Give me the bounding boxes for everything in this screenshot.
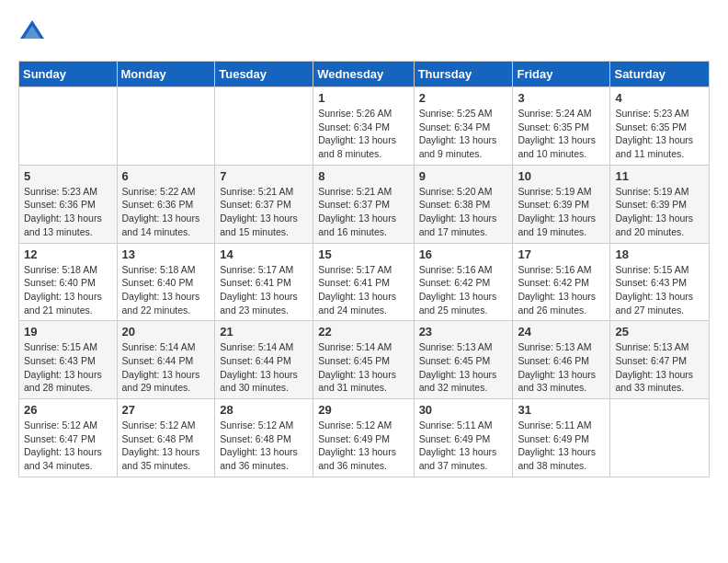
weekday-saturday: Saturday bbox=[610, 62, 710, 87]
day-number: 13 bbox=[122, 247, 210, 261]
day-number: 3 bbox=[518, 91, 605, 105]
day-cell-11: 11Sunrise: 5:19 AM Sunset: 6:39 PM Dayli… bbox=[610, 165, 710, 243]
day-cell-7: 7Sunrise: 5:21 AM Sunset: 6:37 PM Daylig… bbox=[215, 165, 313, 243]
week-row-1: 1Sunrise: 5:26 AM Sunset: 6:34 PM Daylig… bbox=[19, 87, 710, 166]
day-info: Sunrise: 5:12 AM Sunset: 6:48 PM Dayligh… bbox=[122, 419, 210, 473]
day-number: 25 bbox=[615, 325, 704, 339]
day-number: 1 bbox=[318, 91, 408, 105]
day-cell-17: 17Sunrise: 5:16 AM Sunset: 6:42 PM Dayli… bbox=[513, 243, 610, 321]
week-row-4: 19Sunrise: 5:15 AM Sunset: 6:43 PM Dayli… bbox=[19, 321, 710, 399]
day-info: Sunrise: 5:15 AM Sunset: 6:43 PM Dayligh… bbox=[24, 340, 112, 395]
day-info: Sunrise: 5:12 AM Sunset: 6:48 PM Dayligh… bbox=[220, 419, 308, 473]
day-info: Sunrise: 5:21 AM Sunset: 6:37 PM Dayligh… bbox=[220, 185, 308, 239]
day-number: 23 bbox=[419, 325, 508, 339]
page-header bbox=[18, 18, 710, 46]
day-cell-19: 19Sunrise: 5:15 AM Sunset: 6:43 PM Dayli… bbox=[19, 321, 118, 399]
day-info: Sunrise: 5:13 AM Sunset: 6:46 PM Dayligh… bbox=[518, 340, 605, 395]
day-info: Sunrise: 5:18 AM Sunset: 6:40 PM Dayligh… bbox=[122, 263, 210, 317]
day-cell-2: 2Sunrise: 5:25 AM Sunset: 6:34 PM Daylig… bbox=[414, 87, 513, 166]
day-cell-25: 25Sunrise: 5:13 AM Sunset: 6:47 PM Dayli… bbox=[610, 321, 710, 399]
day-number: 4 bbox=[615, 91, 704, 105]
day-number: 7 bbox=[220, 169, 308, 183]
week-row-5: 26Sunrise: 5:12 AM Sunset: 6:47 PM Dayli… bbox=[19, 399, 710, 477]
weekday-sunday: Sunday bbox=[19, 62, 118, 87]
empty-cell bbox=[215, 87, 313, 166]
day-cell-10: 10Sunrise: 5:19 AM Sunset: 6:39 PM Dayli… bbox=[513, 165, 610, 243]
day-number: 24 bbox=[518, 325, 605, 339]
day-number: 5 bbox=[24, 169, 112, 183]
day-info: Sunrise: 5:23 AM Sunset: 6:36 PM Dayligh… bbox=[24, 185, 112, 239]
day-number: 22 bbox=[318, 325, 408, 339]
day-info: Sunrise: 5:19 AM Sunset: 6:39 PM Dayligh… bbox=[518, 185, 605, 239]
empty-cell bbox=[117, 87, 215, 166]
day-cell-13: 13Sunrise: 5:18 AM Sunset: 6:40 PM Dayli… bbox=[117, 243, 215, 321]
day-number: 19 bbox=[24, 325, 112, 339]
day-cell-15: 15Sunrise: 5:17 AM Sunset: 6:41 PM Dayli… bbox=[313, 243, 414, 321]
day-number: 31 bbox=[518, 403, 605, 417]
day-info: Sunrise: 5:17 AM Sunset: 6:41 PM Dayligh… bbox=[318, 263, 408, 317]
day-number: 8 bbox=[318, 169, 408, 183]
weekday-monday: Monday bbox=[117, 62, 215, 87]
day-info: Sunrise: 5:11 AM Sunset: 6:49 PM Dayligh… bbox=[518, 419, 605, 473]
day-cell-20: 20Sunrise: 5:14 AM Sunset: 6:44 PM Dayli… bbox=[117, 321, 215, 399]
day-cell-21: 21Sunrise: 5:14 AM Sunset: 6:44 PM Dayli… bbox=[215, 321, 313, 399]
day-cell-30: 30Sunrise: 5:11 AM Sunset: 6:49 PM Dayli… bbox=[414, 399, 513, 477]
day-number: 30 bbox=[419, 403, 508, 417]
day-number: 27 bbox=[122, 403, 210, 417]
day-cell-6: 6Sunrise: 5:22 AM Sunset: 6:36 PM Daylig… bbox=[117, 165, 215, 243]
day-cell-24: 24Sunrise: 5:13 AM Sunset: 6:46 PM Dayli… bbox=[513, 321, 610, 399]
day-number: 18 bbox=[615, 247, 704, 261]
day-info: Sunrise: 5:21 AM Sunset: 6:37 PM Dayligh… bbox=[318, 185, 408, 239]
day-number: 20 bbox=[122, 325, 210, 339]
day-cell-26: 26Sunrise: 5:12 AM Sunset: 6:47 PM Dayli… bbox=[19, 399, 118, 477]
day-info: Sunrise: 5:19 AM Sunset: 6:39 PM Dayligh… bbox=[615, 185, 704, 239]
empty-cell bbox=[19, 87, 118, 166]
empty-cell bbox=[610, 399, 710, 477]
day-number: 17 bbox=[518, 247, 605, 261]
day-cell-5: 5Sunrise: 5:23 AM Sunset: 6:36 PM Daylig… bbox=[19, 165, 118, 243]
day-number: 21 bbox=[220, 325, 308, 339]
day-number: 15 bbox=[318, 247, 408, 261]
day-info: Sunrise: 5:26 AM Sunset: 6:34 PM Dayligh… bbox=[318, 107, 408, 161]
day-info: Sunrise: 5:16 AM Sunset: 6:42 PM Dayligh… bbox=[419, 263, 508, 317]
day-info: Sunrise: 5:15 AM Sunset: 6:43 PM Dayligh… bbox=[615, 263, 704, 317]
week-row-2: 5Sunrise: 5:23 AM Sunset: 6:36 PM Daylig… bbox=[19, 165, 710, 243]
day-number: 26 bbox=[24, 403, 112, 417]
week-row-3: 12Sunrise: 5:18 AM Sunset: 6:40 PM Dayli… bbox=[19, 243, 710, 321]
calendar-table: SundayMondayTuesdayWednesdayThursdayFrid… bbox=[18, 61, 710, 477]
weekday-header-row: SundayMondayTuesdayWednesdayThursdayFrid… bbox=[19, 62, 710, 87]
day-number: 29 bbox=[318, 403, 408, 417]
weekday-thursday: Thursday bbox=[414, 62, 513, 87]
day-cell-12: 12Sunrise: 5:18 AM Sunset: 6:40 PM Dayli… bbox=[19, 243, 118, 321]
day-info: Sunrise: 5:17 AM Sunset: 6:41 PM Dayligh… bbox=[220, 263, 308, 317]
day-number: 2 bbox=[419, 91, 508, 105]
day-info: Sunrise: 5:18 AM Sunset: 6:40 PM Dayligh… bbox=[24, 263, 112, 317]
day-cell-14: 14Sunrise: 5:17 AM Sunset: 6:41 PM Dayli… bbox=[215, 243, 313, 321]
day-info: Sunrise: 5:12 AM Sunset: 6:49 PM Dayligh… bbox=[318, 419, 408, 473]
day-info: Sunrise: 5:14 AM Sunset: 6:44 PM Dayligh… bbox=[122, 340, 210, 395]
day-cell-18: 18Sunrise: 5:15 AM Sunset: 6:43 PM Dayli… bbox=[610, 243, 710, 321]
day-info: Sunrise: 5:13 AM Sunset: 6:45 PM Dayligh… bbox=[419, 340, 508, 395]
day-info: Sunrise: 5:24 AM Sunset: 6:35 PM Dayligh… bbox=[518, 107, 605, 161]
day-cell-27: 27Sunrise: 5:12 AM Sunset: 6:48 PM Dayli… bbox=[117, 399, 215, 477]
day-number: 14 bbox=[220, 247, 308, 261]
logo-icon bbox=[18, 18, 46, 46]
day-number: 10 bbox=[518, 169, 605, 183]
day-number: 6 bbox=[122, 169, 210, 183]
day-info: Sunrise: 5:11 AM Sunset: 6:49 PM Dayligh… bbox=[419, 419, 508, 473]
day-info: Sunrise: 5:14 AM Sunset: 6:44 PM Dayligh… bbox=[220, 340, 308, 395]
day-cell-1: 1Sunrise: 5:26 AM Sunset: 6:34 PM Daylig… bbox=[313, 87, 414, 166]
day-info: Sunrise: 5:22 AM Sunset: 6:36 PM Dayligh… bbox=[122, 185, 210, 239]
day-number: 16 bbox=[419, 247, 508, 261]
day-cell-22: 22Sunrise: 5:14 AM Sunset: 6:45 PM Dayli… bbox=[313, 321, 414, 399]
day-cell-9: 9Sunrise: 5:20 AM Sunset: 6:38 PM Daylig… bbox=[414, 165, 513, 243]
day-info: Sunrise: 5:20 AM Sunset: 6:38 PM Dayligh… bbox=[419, 185, 508, 239]
day-number: 12 bbox=[24, 247, 112, 261]
day-info: Sunrise: 5:14 AM Sunset: 6:45 PM Dayligh… bbox=[318, 340, 408, 395]
day-info: Sunrise: 5:25 AM Sunset: 6:34 PM Dayligh… bbox=[419, 107, 508, 161]
day-info: Sunrise: 5:23 AM Sunset: 6:35 PM Dayligh… bbox=[615, 107, 704, 161]
day-number: 28 bbox=[220, 403, 308, 417]
day-info: Sunrise: 5:13 AM Sunset: 6:47 PM Dayligh… bbox=[615, 340, 704, 395]
day-cell-3: 3Sunrise: 5:24 AM Sunset: 6:35 PM Daylig… bbox=[513, 87, 610, 166]
logo bbox=[18, 18, 51, 46]
